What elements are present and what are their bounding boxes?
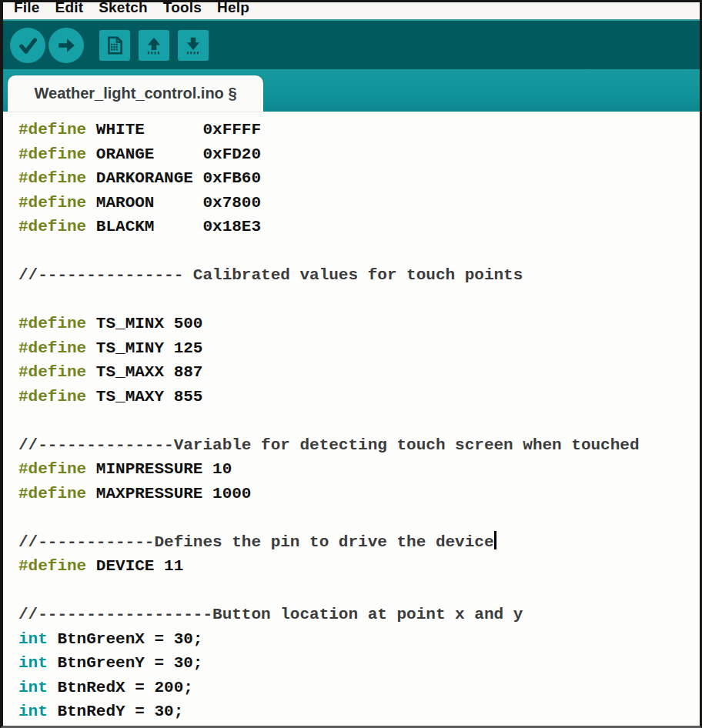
code-segment-keyword: #define: [18, 145, 86, 163]
code-segment-keyword: #define: [18, 557, 86, 575]
code-line: #define ORANGE 0xFD20: [18, 142, 697, 167]
code-segment-plain: BtnGreenX = 30;: [48, 630, 203, 648]
code-segment-keyword: #define: [18, 121, 86, 139]
code-line: [18, 239, 697, 264]
code-line: #define BLACKM 0x18E3: [18, 215, 697, 239]
toolbar: [3, 19, 700, 69]
code-segment-plain: WHITE 0xFFFF: [86, 121, 261, 139]
code-segment-plain: TS_MAXY 855: [86, 388, 202, 406]
code-line: #define WHITE 0xFFFF: [18, 118, 697, 142]
code-segment-comment: //--------------- Calibrated values for …: [18, 266, 523, 284]
menu-tools[interactable]: Tools: [155, 2, 209, 18]
code-line: #define MINPRESSURE 10: [18, 457, 697, 482]
code-line: #define TS_MINY 125: [18, 336, 697, 361]
code-segment-keyword: #define: [18, 339, 86, 357]
code-segment-comment: //--------------Variable for detecting t…: [18, 436, 640, 454]
code-segment-plain: TS_MAXX 887: [86, 363, 202, 381]
code-line: #define MAXPRESSURE 1000: [18, 482, 697, 506]
code-segment-type: int: [18, 679, 48, 696]
code-segment-keyword: #define: [18, 460, 86, 478]
code-segment-plain: MAROON 0x7800: [86, 194, 261, 212]
code-segment-plain: BtnRedY = 30;: [48, 703, 183, 720]
menu-help[interactable]: Help: [209, 2, 257, 18]
code-line: #define TS_MAXY 855: [18, 385, 697, 409]
arduino-ide-window: File Edit Sketch Tools Help: [0, 0, 702, 728]
code-segment-plain: ORANGE 0xFD20: [86, 145, 261, 163]
new-document-icon: [105, 35, 125, 55]
arrow-right-icon: [56, 35, 76, 55]
code-segment-plain: BtnGreenY = 30;: [48, 654, 203, 672]
save-button[interactable]: [178, 30, 209, 61]
code-segment-keyword: #define: [18, 315, 86, 332]
code-line: [18, 288, 697, 312]
code-line: #define TS_MINX 500: [18, 312, 697, 336]
menubar: File Edit Sketch Tools Help: [3, 2, 700, 19]
code-line: int BtnRedY = 30;: [18, 700, 697, 724]
code-line: #define DARKORANGE 0xFB60: [18, 166, 697, 191]
code-segment-keyword: #define: [18, 363, 86, 381]
new-sketch-button[interactable]: [99, 30, 130, 61]
code-line: //------------------Button location at p…: [18, 603, 697, 627]
arrow-up-icon: [144, 35, 164, 55]
code-segment-keyword: #define: [18, 194, 86, 212]
code-segment-plain: BtnRedX = 200;: [48, 679, 193, 696]
open-button[interactable]: [139, 30, 169, 61]
code-line: [18, 409, 697, 433]
code-editor[interactable]: #define WHITE 0xFFFF#define ORANGE 0xFD2…: [3, 112, 700, 726]
text-cursor: [494, 531, 496, 549]
verify-button[interactable]: [10, 28, 45, 63]
code-segment-plain: MAXPRESSURE 1000: [86, 485, 251, 503]
code-segment-type: int: [18, 703, 48, 720]
code-line: #define MAROON 0x7800: [18, 191, 697, 215]
code-segment-plain: MINPRESSURE 10: [86, 460, 232, 478]
menu-file[interactable]: File: [6, 2, 48, 18]
code-line: [18, 506, 697, 530]
code-line: int BtnGreenX = 30;: [18, 627, 697, 652]
code-line: int BtnRedX = 200;: [18, 676, 697, 700]
code-segment-type: int: [18, 654, 48, 672]
code-segment-keyword: #define: [18, 485, 86, 503]
code-line: [18, 579, 697, 603]
arrow-down-icon: [183, 35, 203, 55]
code-segment-comment: //------------------Button location at p…: [18, 606, 523, 623]
code-segment-type: int: [18, 630, 48, 648]
code-segment-comment: //------------Defines the pin to drive t…: [18, 533, 494, 551]
check-icon: [17, 35, 38, 56]
code-line: //--------------- Calibrated values for …: [18, 263, 697, 288]
code-line: #define DEVICE 11: [18, 554, 697, 579]
code-line: int BtnGreenY = 30;: [18, 651, 697, 676]
menu-sketch[interactable]: Sketch: [91, 2, 155, 18]
code-segment-keyword: #define: [18, 218, 86, 235]
code-line: //------------Defines the pin to drive t…: [18, 530, 697, 555]
tabbar: Weather_light_control.ino §: [3, 69, 700, 112]
code-segment-plain: TS_MINX 500: [86, 315, 202, 332]
code-line: //--------------Variable for detecting t…: [18, 433, 697, 458]
code-segment-plain: DARKORANGE 0xFB60: [86, 169, 261, 187]
code-segment-keyword: #define: [18, 169, 86, 187]
tab-weather-light-control[interactable]: Weather_light_control.ino §: [8, 75, 263, 112]
menu-edit[interactable]: Edit: [48, 2, 92, 18]
code-segment-plain: DEVICE 11: [86, 557, 183, 575]
code-segment-keyword: #define: [18, 388, 86, 406]
upload-button[interactable]: [48, 28, 84, 63]
code-line: #define TS_MAXX 887: [18, 360, 697, 385]
tab-label: Weather_light_control.ino §: [35, 85, 237, 102]
code-segment-plain: BLACKM 0x18E3: [86, 218, 261, 235]
code-segment-plain: TS_MINY 125: [86, 339, 202, 357]
